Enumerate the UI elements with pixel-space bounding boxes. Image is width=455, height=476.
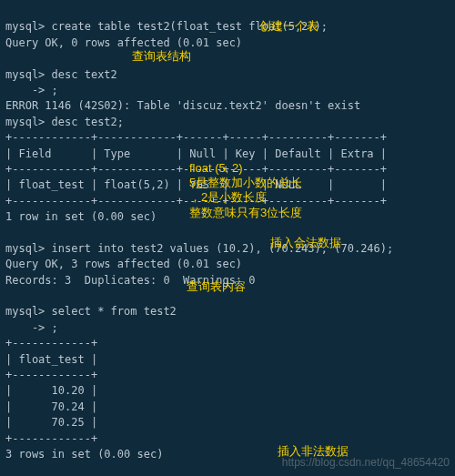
- terminal-output: mysql> create table test2(float_test flo…: [5, 4, 450, 476]
- cont: -> ;: [5, 321, 58, 334]
- rows3: 3 rows in set (0.00 sec): [5, 448, 163, 461]
- ann-create: 创建一个表: [259, 18, 318, 35]
- cmd-select: mysql> select * from test2: [5, 305, 177, 318]
- sel-r3: | 70.25 |: [5, 416, 97, 429]
- ann-insert-ok: 插入合法数据: [270, 235, 341, 252]
- err-1146: ERROR 1146 (42S02): Table 'discuz.text2'…: [5, 99, 360, 112]
- ann-desc: 查询表结构: [132, 48, 191, 66]
- cmd-desc-test2: mysql> desc test2;: [5, 116, 124, 128]
- sel-sep: +------------+: [5, 432, 97, 445]
- watermark: https://blog.csdn.net/qq_48654420: [282, 455, 450, 471]
- rows1: 1 row in set (0.00 sec): [5, 210, 157, 223]
- cont: -> ;: [5, 84, 58, 96]
- sel-sep: +------------+: [5, 369, 97, 381]
- sel-hdr: | float_test |: [5, 353, 97, 366]
- ann-float4: 整数意味只有3位长度: [189, 205, 302, 222]
- desc-hdr: | Field | Type | Null | Key | Default | …: [5, 147, 387, 160]
- ann-select: 查询表内容: [187, 279, 246, 296]
- resp-insert-ok: Query OK, 3 rows affected (0.01 sec): [5, 258, 242, 270]
- desc-sep: +------------+------------+------+-----+…: [5, 131, 387, 144]
- sel-r2: | 70.24 |: [5, 400, 97, 413]
- sel-sep: +------------+: [5, 337, 97, 349]
- resp-create: Query OK, 0 rows affected (0.01 sec): [5, 36, 242, 49]
- cmd-desc-text2: mysql> desc text2: [5, 68, 117, 81]
- sel-r1: | 10.20 |: [5, 384, 97, 397]
